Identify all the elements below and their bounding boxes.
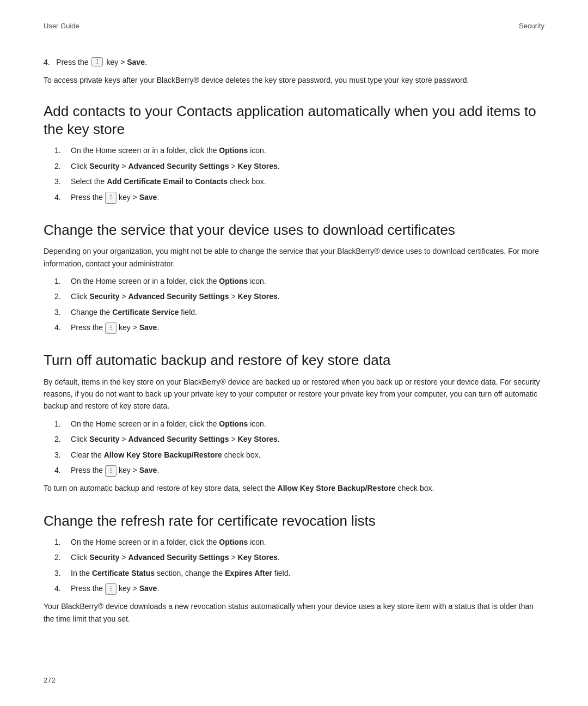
list-item: 3.Change the Certificate Service field. — [44, 306, 544, 318]
list-item: 4.Press the ⋮︎ key > Save. — [44, 191, 544, 204]
step-number: 3. — [54, 306, 66, 318]
list-item: 4.Press the ⋮︎ key > Save. — [44, 321, 544, 334]
section-change-service: Change the service that your device uses… — [44, 221, 544, 334]
list-item: 2.Click Security > Advanced Security Set… — [44, 433, 544, 445]
step-content: Press the ⋮︎ key > Save. — [71, 321, 544, 334]
list-item: 1.On the Home screen or in a folder, cli… — [44, 144, 544, 156]
list-item: 2.Click Security > Advanced Security Set… — [44, 290, 544, 302]
step-content: On the Home screen or in a folder, click… — [71, 144, 544, 156]
list-item: 1.On the Home screen or in a folder, cli… — [44, 418, 544, 430]
menu-key-icon-intro: ⋮︎ — [91, 57, 103, 66]
step-number: 2. — [54, 160, 66, 172]
step-content: On the Home screen or in a folder, click… — [71, 536, 544, 548]
sections-container: Add contacts to your Contacts applicatio… — [44, 102, 544, 625]
section-title: Add contacts to your Contacts applicatio… — [44, 102, 544, 138]
step-content: On the Home screen or in a folder, click… — [71, 418, 544, 430]
step-number: 1. — [54, 144, 66, 156]
step-content: Press the ⋮︎ key > Save. — [71, 464, 544, 477]
step-number: 3. — [54, 449, 66, 461]
header-left: User Guide — [44, 22, 79, 30]
header-right: Security — [519, 22, 544, 30]
intro-note: To access private keys after your BlackB… — [44, 74, 544, 86]
page-container: User Guide Security 4. Press the ⋮︎ key … — [0, 0, 588, 675]
step-number: 2. — [54, 433, 66, 445]
section-change-refresh-rate: Change the refresh rate for certificate … — [44, 512, 544, 625]
step-content: Clear the Allow Key Store Backup/Restore… — [71, 449, 544, 461]
section-note: Your BlackBerry® device downloads a new … — [44, 600, 544, 625]
step-content: Change the Certificate Service field. — [71, 306, 544, 318]
step-number: 1. — [54, 418, 66, 430]
section-turn-off-backup: Turn off automatic backup and restore of… — [44, 351, 544, 494]
list-item: 3.Select the Add Certificate Email to Co… — [44, 175, 544, 187]
section-desc: Depending on your organization, you migh… — [44, 245, 544, 270]
list-item: 1.On the Home screen or in a folder, cli… — [44, 275, 544, 287]
section-add-contacts: Add contacts to your Contacts applicatio… — [44, 102, 544, 203]
step-content: Select the Add Certificate Email to Cont… — [71, 175, 544, 187]
list-item: 3.Clear the Allow Key Store Backup/Resto… — [44, 449, 544, 461]
list-item: 4.Press the ⋮︎ key > Save. — [44, 582, 544, 595]
section-desc: By default, items in the key store on yo… — [44, 376, 544, 412]
intro-step4: 4. Press the ⋮︎ key > Save. — [44, 57, 544, 66]
menu-key-icon: ⋮︎ — [105, 192, 117, 204]
menu-key-icon: ⋮︎ — [105, 322, 117, 334]
list-item: 1.On the Home screen or in a folder, cli… — [44, 536, 544, 548]
step-number: 3. — [54, 175, 66, 187]
step-number: 1. — [54, 275, 66, 287]
menu-key-icon: ⋮︎ — [105, 465, 117, 477]
step-number: 4. — [54, 191, 66, 203]
steps-list: 1.On the Home screen or in a folder, cli… — [44, 536, 544, 595]
page-number: 272 — [44, 676, 56, 684]
list-item: 2.Click Security > Advanced Security Set… — [44, 160, 544, 172]
step-content: In the Certificate Status section, chang… — [71, 567, 544, 579]
step-content: On the Home screen or in a folder, click… — [71, 275, 544, 287]
step-number: 2. — [54, 551, 66, 563]
step-number: 2. — [54, 290, 66, 302]
list-item: 3.In the Certificate Status section, cha… — [44, 567, 544, 579]
section-note: To turn on automatic backup and restore … — [44, 482, 544, 494]
steps-list: 1.On the Home screen or in a folder, cli… — [44, 418, 544, 477]
section-title: Change the service that your device uses… — [44, 221, 544, 239]
intro-step4-suffix: key > Save. — [106, 58, 146, 66]
step-number: 1. — [54, 536, 66, 548]
step-content: Click Security > Advanced Security Setti… — [71, 551, 544, 563]
step-number: 4. — [54, 464, 66, 476]
section-title: Turn off automatic backup and restore of… — [44, 351, 544, 369]
step-number: 4. — [54, 321, 66, 333]
step-content: Press the ⋮︎ key > Save. — [71, 191, 544, 204]
step-number: 4. — [54, 582, 66, 594]
step-content: Click Security > Advanced Security Setti… — [71, 433, 544, 445]
list-item: 4.Press the ⋮︎ key > Save. — [44, 464, 544, 477]
list-item: 2.Click Security > Advanced Security Set… — [44, 551, 544, 563]
step-content: Click Security > Advanced Security Setti… — [71, 290, 544, 302]
steps-list: 1.On the Home screen or in a folder, cli… — [44, 275, 544, 334]
step-number: 3. — [54, 567, 66, 579]
step-content: Click Security > Advanced Security Setti… — [71, 160, 544, 172]
page-header: User Guide Security — [44, 22, 544, 30]
steps-list: 1.On the Home screen or in a folder, cli… — [44, 144, 544, 203]
menu-key-icon: ⋮︎ — [105, 583, 117, 595]
step-content: Press the ⋮︎ key > Save. — [71, 582, 544, 595]
intro-step4-prefix: 4. Press the — [44, 58, 88, 66]
section-title: Change the refresh rate for certificate … — [44, 512, 544, 530]
page-footer: 272 — [44, 676, 56, 684]
